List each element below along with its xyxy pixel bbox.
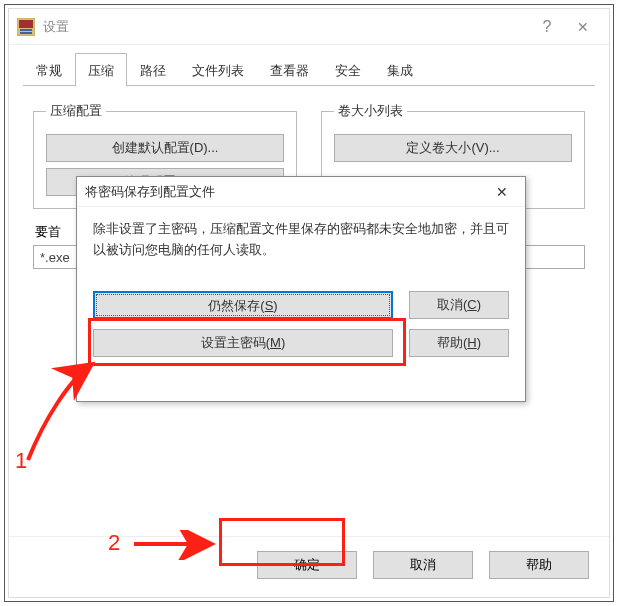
set-master-password-label: 设置主密码(M) xyxy=(201,335,286,350)
window-title: 设置 xyxy=(43,18,529,36)
tab-security[interactable]: 安全 xyxy=(322,55,374,87)
save-password-dialog: 将密码保存到配置文件 ✕ 除非设置了主密码，压缩配置文件里保存的密码都未安全地加… xyxy=(76,176,526,402)
modal-message: 除非设置了主密码，压缩配置文件里保存的密码都未安全地加密，并且可以被访问您电脑的… xyxy=(93,219,509,261)
ok-button[interactable]: 确定 xyxy=(257,551,357,579)
tab-general[interactable]: 常规 xyxy=(23,55,75,87)
compression-config-legend: 压缩配置 xyxy=(46,102,106,120)
modal-cancel-label: 取消(C) xyxy=(437,297,481,312)
volume-size-legend: 卷大小列表 xyxy=(334,102,407,120)
svg-rect-3 xyxy=(20,32,32,34)
tab-integration[interactable]: 集成 xyxy=(374,55,426,87)
modal-help-button[interactable]: 帮助(H) xyxy=(409,329,509,357)
modal-close-icon[interactable]: ✕ xyxy=(487,184,517,200)
close-icon[interactable]: ✕ xyxy=(565,19,601,35)
tab-viewer[interactable]: 查看器 xyxy=(257,55,322,87)
define-volume-size-button[interactable]: 定义卷大小(V)... xyxy=(334,134,572,162)
svg-rect-2 xyxy=(20,29,32,31)
help-button[interactable]: 帮助 xyxy=(489,551,589,579)
tab-path[interactable]: 路径 xyxy=(127,55,179,87)
modal-help-label: 帮助(H) xyxy=(437,335,481,350)
title-bar: 设置 ? ✕ xyxy=(9,9,609,45)
set-master-password-button[interactable]: 设置主密码(M) xyxy=(93,329,393,357)
tab-compression[interactable]: 压缩 xyxy=(75,53,127,87)
still-save-label: 仍然保存(S) xyxy=(208,298,277,313)
modal-cancel-button[interactable]: 取消(C) xyxy=(409,291,509,319)
svg-rect-1 xyxy=(19,20,33,28)
dialog-buttons: 确定 取消 帮助 xyxy=(9,536,609,597)
modal-body: 除非设置了主密码，压缩配置文件里保存的密码都未安全地加密，并且可以被访问您电脑的… xyxy=(77,207,525,401)
modal-title-bar: 将密码保存到配置文件 ✕ xyxy=(77,177,525,207)
tab-filelist[interactable]: 文件列表 xyxy=(179,55,257,87)
help-icon[interactable]: ? xyxy=(529,18,565,36)
app-icon xyxy=(17,18,35,36)
still-save-button[interactable]: 仍然保存(S) xyxy=(93,291,393,319)
cancel-button[interactable]: 取消 xyxy=(373,551,473,579)
create-default-config-button[interactable]: 创建默认配置(D)... xyxy=(46,134,284,162)
modal-title: 将密码保存到配置文件 xyxy=(85,183,487,201)
tab-strip: 常规 压缩 路径 文件列表 查看器 安全 集成 xyxy=(9,45,609,86)
